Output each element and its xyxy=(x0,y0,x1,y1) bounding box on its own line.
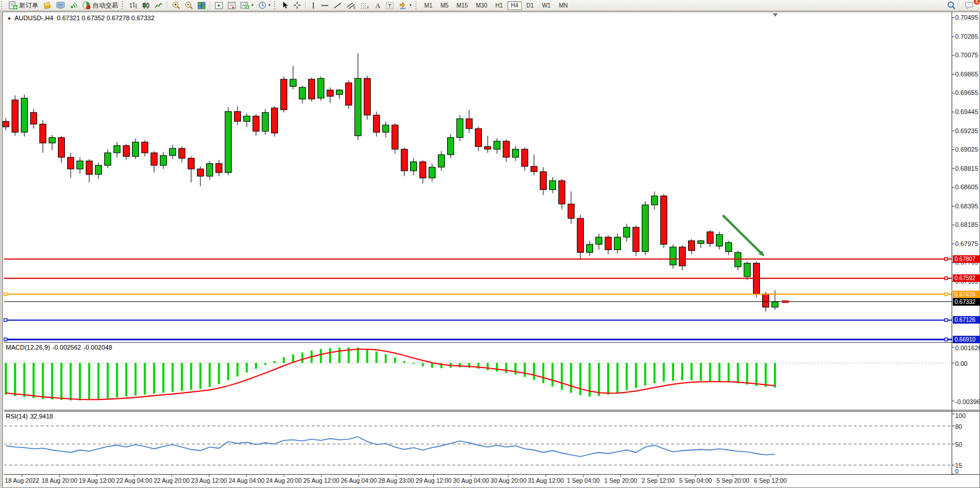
price-line-badge: 0.66910 xyxy=(953,336,980,343)
price-axis-tick: 0.69445 xyxy=(955,108,978,115)
time-axis-label: 18 Aug 20:00 xyxy=(42,477,78,484)
macd-indicator-label: MACD(12,26,9)-0.002562-0.002048 xyxy=(6,344,115,351)
price-axis-tick: 0.69235 xyxy=(955,127,978,134)
time-axis-label: 22 Aug 20:00 xyxy=(153,477,189,484)
time-axis-label: 2 Sep 12:00 xyxy=(642,477,675,484)
time-axis-label: 19 Aug 12:00 xyxy=(79,477,115,484)
time-axis-label: 28 Aug 23:00 xyxy=(378,477,414,484)
macd-value: -0.002562 xyxy=(52,344,81,351)
price-axis-tick: 0.67975 xyxy=(955,240,978,247)
macd-signal-value: -0.002048 xyxy=(83,344,112,351)
chart-title: ▼AUDUSD-,H4 0.67321 0.67352 0.67278 0.67… xyxy=(7,14,155,21)
price-line-badge: 0.67807 xyxy=(953,255,980,263)
time-axis-label: 30 Aug 04:00 xyxy=(453,477,489,484)
rsi-axis-tick: 80 xyxy=(955,423,962,430)
rsi-pane xyxy=(4,426,952,465)
macd-axis-tick: 0.001626 xyxy=(955,344,980,351)
macd-pane xyxy=(4,347,952,401)
chart-ohlc-quotes: 0.67321 0.67352 0.67278 0.67332 xyxy=(57,14,154,21)
price-axis-tick: 0.69655 xyxy=(955,89,978,96)
chart-symbol-period: AUDUSD-,H4 xyxy=(14,14,53,21)
chart-dropdown-icon[interactable]: ▼ xyxy=(7,16,12,21)
price-axis-tick: 0.68185 xyxy=(955,221,978,228)
price-line-badge: 0.67592 xyxy=(953,274,980,282)
price-axis-tick: 0.68395 xyxy=(955,203,978,210)
macd-axis-tick: -0.003961 xyxy=(955,398,980,405)
time-axis-label: 31 Aug 12:00 xyxy=(528,477,564,484)
rsi-indicator-label: RSI(14)32.9418 xyxy=(6,413,56,420)
time-axis-label: 6 Sep 12:00 xyxy=(754,477,787,484)
time-axis-label: 1 Sep 20:00 xyxy=(604,477,637,484)
price-line-badge: 0.67415 xyxy=(953,291,980,298)
price-line-badge: 0.67126 xyxy=(953,316,980,324)
time-axis-label: 18 Aug 2022 xyxy=(5,477,39,484)
price-axis-tick: 0.70495 xyxy=(955,14,978,21)
price-axis-tick: 0.70075 xyxy=(955,52,978,58)
rsi-name: RSI(14) xyxy=(6,413,28,420)
candles-layer xyxy=(3,53,778,311)
time-axis-label: 25 Aug 12:00 xyxy=(303,477,339,484)
time-axis-label: 24 Aug 20:00 xyxy=(266,477,302,484)
rsi-axis-tick: 50 xyxy=(955,441,962,448)
time-axis-label: 1 Sep 04:00 xyxy=(567,477,600,484)
macd-axis-tick: 0.00 xyxy=(955,360,967,367)
time-axis-label: 22 Aug 04:00 xyxy=(116,477,152,484)
pane-borders xyxy=(4,12,979,475)
time-axis-label: 5 Sep 04:00 xyxy=(679,477,712,484)
time-axis-label: 26 Aug 04:00 xyxy=(341,477,376,484)
rsi-axis-tick: 0 xyxy=(955,468,959,475)
price-axis-tick: 0.69865 xyxy=(955,71,978,78)
chart-canvas[interactable] xyxy=(0,0,980,488)
price-axis-tick: 0.69025 xyxy=(955,146,978,153)
time-axis-label: 24 Aug 04:00 xyxy=(229,477,265,484)
rsi-axis-tick: 100 xyxy=(955,412,966,419)
time-axis-label: 23 Aug 12:00 xyxy=(191,477,227,484)
time-axis-label: 29 Aug 12:00 xyxy=(416,477,452,484)
horizontal-lines-layer xyxy=(4,258,952,341)
price-line-badge: 0.67332 xyxy=(953,298,980,306)
mt4-application: 新订单自动交易▾▾EFAT▾M1M5M15M30H1H4D1W1MN1 ▼AUD… xyxy=(0,0,980,488)
time-axis-label: 5 Sep 20:00 xyxy=(716,477,749,484)
time-axis-label: 30 Aug 20:00 xyxy=(491,477,526,484)
macd-name: MACD(12,26,9) xyxy=(6,344,50,351)
rsi-value: 32.9418 xyxy=(30,413,53,420)
price-axis-tick: 0.68815 xyxy=(955,165,978,172)
price-axis-tick: 0.68605 xyxy=(955,184,978,190)
price-axis-tick: 0.70285 xyxy=(955,33,978,40)
